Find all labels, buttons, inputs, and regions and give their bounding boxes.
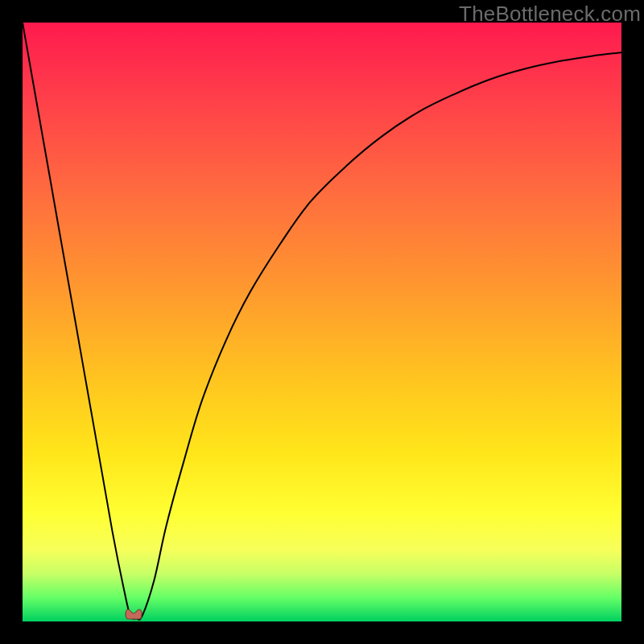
plot-area	[23, 23, 621, 621]
chart-frame: TheBottleneck.com	[0, 0, 644, 644]
curve-path	[23, 23, 621, 620]
bottleneck-curve	[23, 23, 621, 621]
